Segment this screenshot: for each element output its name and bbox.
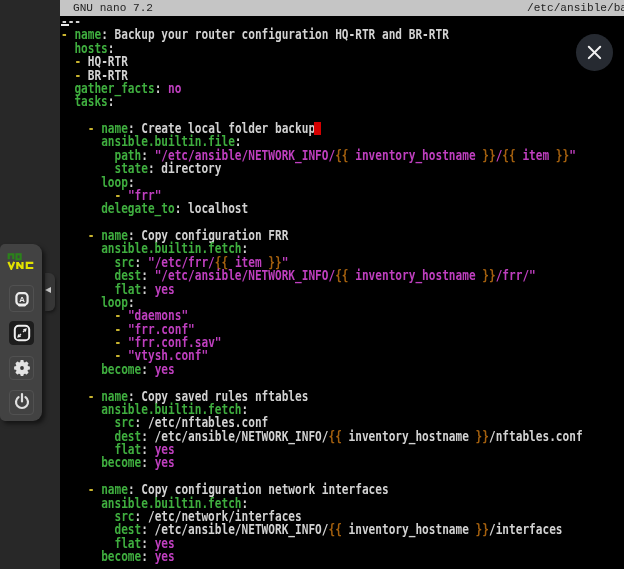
svg-text:A: A [19, 295, 25, 304]
